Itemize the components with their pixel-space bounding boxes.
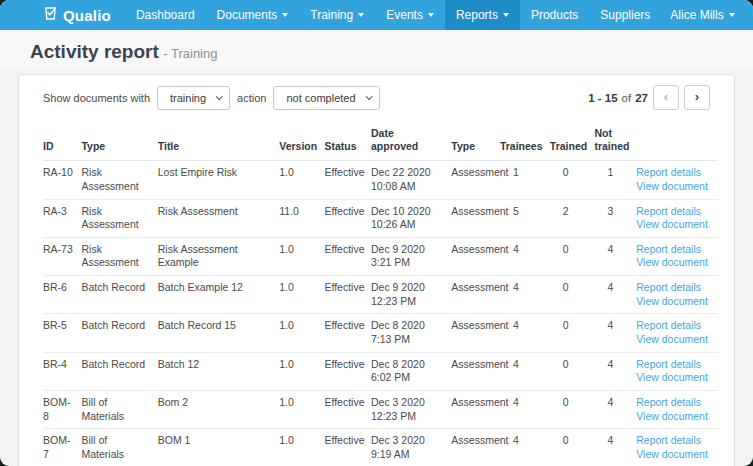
report-details-link[interactable]: Report details bbox=[636, 205, 712, 219]
page: Qualio DashboardDocumentsTrainingEventsR… bbox=[0, 0, 753, 466]
cell-type: Assessment bbox=[451, 429, 500, 466]
chevron-down-icon bbox=[358, 13, 364, 17]
cell-status: Effective bbox=[324, 429, 371, 466]
nav-item-label: Reports bbox=[456, 8, 498, 22]
organization-menu[interactable]: Medical Devi... bbox=[744, 0, 753, 30]
nav-item-reports[interactable]: Reports bbox=[445, 0, 520, 30]
column-header-id: ID bbox=[43, 121, 81, 161]
cell-not-trained: 4 bbox=[594, 276, 636, 314]
table-row: BR-6Batch RecordBatch Example 121.0Effec… bbox=[43, 276, 718, 314]
column-header-status: Status bbox=[324, 121, 371, 161]
cell-title: Batch Example 12 bbox=[158, 276, 280, 314]
view-document-link[interactable]: View document bbox=[636, 333, 712, 347]
previous-page-button[interactable]: ‹ bbox=[653, 85, 679, 110]
cell-id: BOM-7 bbox=[43, 429, 81, 466]
cell-type: Batch Record bbox=[81, 276, 157, 314]
chevron-left-icon: ‹ bbox=[664, 89, 668, 104]
report-details-link[interactable]: Report details bbox=[636, 166, 712, 180]
view-document-link[interactable]: View document bbox=[636, 410, 712, 424]
column-header-actions bbox=[636, 121, 718, 161]
nav-item-label: Documents bbox=[217, 8, 278, 22]
cell-trained: 0 bbox=[550, 161, 595, 199]
page-header: Activity report - Training bbox=[0, 30, 753, 70]
cell-not-trained: 1 bbox=[594, 161, 636, 199]
cell-type: Bill of Materials bbox=[81, 390, 157, 428]
cell-not-trained: 4 bbox=[594, 429, 636, 466]
chevron-down-icon bbox=[503, 13, 509, 17]
page-subtitle: - Training bbox=[163, 46, 217, 61]
cell-title: Lost Empire Risk bbox=[158, 161, 280, 199]
cell-version: 1.0 bbox=[279, 161, 324, 199]
cell-id: BR-6 bbox=[43, 276, 81, 314]
column-header-version: Version bbox=[279, 121, 324, 161]
cell-title: Batch 12 bbox=[158, 352, 280, 390]
filter-bar: Show documents with training action not … bbox=[19, 75, 734, 119]
next-page-button[interactable]: › bbox=[684, 85, 710, 110]
user-menu[interactable]: Alice Mills bbox=[661, 0, 743, 30]
column-header-type: Type bbox=[451, 121, 500, 161]
nav-item-events[interactable]: Events bbox=[375, 0, 445, 30]
nav-item-dashboard[interactable]: Dashboard bbox=[125, 0, 206, 30]
nav-item-suppliers[interactable]: Suppliers bbox=[589, 0, 661, 30]
cell-type: Bill of Materials bbox=[81, 429, 157, 466]
nav-item-products[interactable]: Products bbox=[520, 0, 589, 30]
report-details-link[interactable]: Report details bbox=[636, 281, 712, 295]
view-document-link[interactable]: View document bbox=[636, 256, 712, 270]
cell-trained: 0 bbox=[550, 276, 595, 314]
cell-version: 1.0 bbox=[279, 314, 324, 352]
page-title: Activity report bbox=[30, 41, 159, 62]
action-filter-select[interactable]: not completed bbox=[273, 86, 379, 110]
qualio-logo[interactable]: Qualio bbox=[0, 0, 125, 30]
report-details-link[interactable]: Report details bbox=[636, 243, 712, 257]
document-filter-select[interactable]: training bbox=[157, 86, 230, 110]
cell-title: Risk Assessment bbox=[158, 199, 280, 237]
cell-actions: Report detailsView document bbox=[636, 352, 718, 390]
report-details-link[interactable]: Report details bbox=[636, 358, 712, 372]
cell-version: 1.0 bbox=[279, 390, 324, 428]
column-header-date-approved: Date approved bbox=[371, 121, 451, 161]
cell-type: Assessment bbox=[451, 161, 500, 199]
report-details-link[interactable]: Report details bbox=[636, 319, 712, 333]
cell-version: 1.0 bbox=[279, 276, 324, 314]
report-details-link[interactable]: Report details bbox=[636, 434, 712, 448]
table-row: BOM-7Bill of MaterialsBOM 11.0EffectiveD… bbox=[43, 429, 718, 466]
view-document-link[interactable]: View document bbox=[636, 218, 712, 232]
cell-type: Assessment bbox=[451, 237, 500, 275]
brand-name: Qualio bbox=[63, 7, 111, 24]
cell-status: Effective bbox=[324, 237, 371, 275]
table-row: BR-5Batch RecordBatch Record 151.0Effect… bbox=[43, 314, 718, 352]
nav-item-documents[interactable]: Documents bbox=[206, 0, 300, 30]
report-details-link[interactable]: Report details bbox=[636, 396, 712, 410]
view-document-link[interactable]: View document bbox=[636, 180, 712, 194]
pagination: 1 - 15 of 27 ‹ › bbox=[588, 85, 710, 110]
nav-right: Alice Mills Medical Devi... ⚙ ? bbox=[661, 0, 753, 30]
table-wrap: IDTypeTitleVersionStatusDate approvedTyp… bbox=[19, 119, 734, 466]
activity-report-table: IDTypeTitleVersionStatusDate approvedTyp… bbox=[43, 121, 718, 466]
cell-type: Risk Assessment bbox=[81, 161, 157, 199]
cell-title: Risk Assessment Example bbox=[158, 237, 280, 275]
cell-type: Assessment bbox=[451, 199, 500, 237]
pagination-of: of bbox=[622, 92, 632, 104]
nav-item-training[interactable]: Training bbox=[299, 0, 375, 30]
pagination-range: 1 - 15 bbox=[588, 92, 617, 104]
view-document-link[interactable]: View document bbox=[636, 371, 712, 385]
column-header-not-trained: Not trained bbox=[594, 121, 636, 161]
cell-date-approved: Dec 22 2020 10:08 AM bbox=[371, 161, 451, 199]
cell-type: Batch Record bbox=[81, 314, 157, 352]
cell-not-trained: 4 bbox=[594, 352, 636, 390]
cell-id: RA-73 bbox=[43, 237, 81, 275]
table-row: BR-4Batch RecordBatch 121.0EffectiveDec … bbox=[43, 352, 718, 390]
cell-type: Risk Assessment bbox=[81, 199, 157, 237]
cell-not-trained: 4 bbox=[594, 237, 636, 275]
view-document-link[interactable]: View document bbox=[636, 295, 712, 309]
table-header-row: IDTypeTitleVersionStatusDate approvedTyp… bbox=[43, 121, 718, 161]
cell-date-approved: Dec 8 2020 7:13 PM bbox=[371, 314, 451, 352]
cell-actions: Report detailsView document bbox=[636, 429, 718, 466]
chevron-down-icon bbox=[282, 13, 288, 17]
cell-not-trained: 4 bbox=[594, 314, 636, 352]
qualio-check-icon bbox=[42, 5, 63, 25]
nav-item-label: Events bbox=[386, 8, 423, 22]
view-document-link[interactable]: View document bbox=[636, 448, 712, 462]
cell-trained: 0 bbox=[550, 314, 595, 352]
column-header-type: Type bbox=[81, 121, 157, 161]
